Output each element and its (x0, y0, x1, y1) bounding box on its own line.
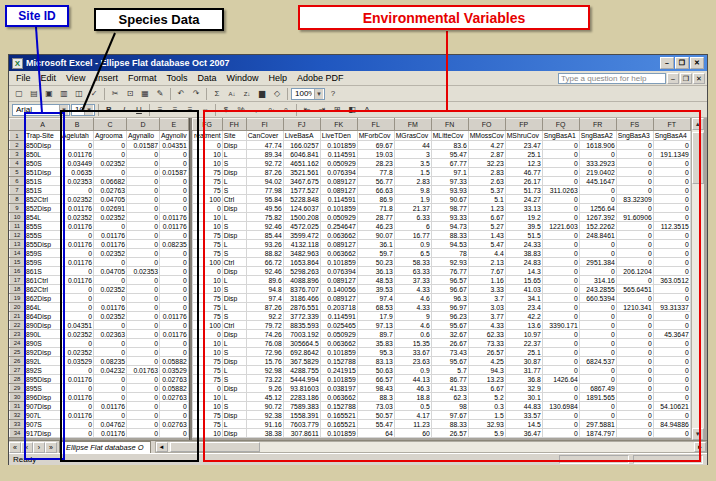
cell[interactable]: 152.2262 (579, 222, 616, 231)
decrease-indent-icon[interactable]: ⇤ (300, 103, 314, 116)
cell[interactable]: 2.83 (468, 168, 505, 177)
cell[interactable]: 895S (25, 384, 61, 393)
cell[interactable]: 73.33 (468, 339, 505, 348)
cell[interactable]: 88.82 (246, 249, 283, 258)
cell[interactable]: 0 (61, 339, 94, 348)
cell[interactable]: 0 (192, 330, 222, 339)
row-header[interactable]: 2 (10, 141, 25, 150)
format-painter-icon[interactable]: ✎ (153, 87, 167, 100)
cell[interactable]: 100 (192, 258, 222, 267)
cell[interactable]: 79.72 (246, 321, 283, 330)
increase-decimal-icon[interactable]: .0+ (264, 103, 278, 116)
cell[interactable]: 0 (653, 159, 690, 168)
workbook-restore-button[interactable]: ❐ (680, 73, 692, 84)
cell[interactable]: 6824.537 (579, 357, 616, 366)
cell[interactable]: 0 (616, 411, 653, 420)
cell[interactable]: 917Disp (25, 429, 61, 438)
cell[interactable]: 0 (61, 303, 94, 312)
workbook-minimize-button[interactable]: – (667, 73, 679, 84)
cell[interactable]: Ctrl (222, 321, 246, 330)
cell[interactable]: 0 (127, 231, 160, 240)
cell[interactable]: 94.8 (246, 285, 283, 294)
cut-icon[interactable]: ✂ (108, 87, 122, 100)
cell[interactable]: 0 (542, 204, 579, 213)
cell[interactable]: 0 (160, 150, 189, 159)
cell[interactable]: 10 (192, 402, 222, 411)
cell[interactable]: 3.03 (468, 303, 505, 312)
cell[interactable]: 0.03529 (61, 357, 94, 366)
vertical-scroll-track[interactable] (692, 184, 704, 428)
row-header[interactable]: 34 (10, 429, 25, 438)
cell[interactable]: 0 (579, 330, 616, 339)
cell[interactable]: 0 (653, 429, 690, 438)
cell[interactable]: 2.87 (468, 150, 505, 159)
cell[interactable]: 97.13 (357, 321, 394, 330)
cell[interactable]: 2.13 (468, 258, 505, 267)
cell[interactable]: 48.53 (357, 276, 394, 285)
cell[interactable]: 33.67 (394, 348, 431, 357)
cell[interactable]: 0 (61, 285, 94, 294)
cell[interactable]: 0 (61, 141, 94, 150)
cell[interactable]: 0 (653, 366, 690, 375)
cell[interactable]: 0 (653, 177, 690, 186)
cell[interactable]: 6046.841 (283, 150, 320, 159)
cell[interactable]: L (222, 240, 246, 249)
cell[interactable]: 333.2923 (579, 159, 616, 168)
cell[interactable]: 896Disp (25, 393, 61, 402)
cell[interactable]: 5.47 (468, 240, 505, 249)
cell[interactable]: 22.37 (505, 339, 542, 348)
cell[interactable]: 862Ctrl (25, 285, 61, 294)
cell[interactable]: 0 (653, 285, 690, 294)
cell[interactable]: 5.37 (468, 186, 505, 195)
cell[interactable]: 8835.593 (283, 321, 320, 330)
cell[interactable]: 0 (616, 366, 653, 375)
cell[interactable]: 0 (127, 375, 160, 384)
cell[interactable]: S (222, 159, 246, 168)
cell[interactable]: 0 (127, 159, 160, 168)
cell[interactable]: 0 (542, 141, 579, 150)
column-header-FK[interactable]: FK (320, 119, 357, 131)
cell[interactable]: 0 (616, 159, 653, 168)
header-cell[interactable]: LiveBasA (283, 131, 320, 141)
cell[interactable]: 0.04762 (94, 420, 127, 429)
cell[interactable]: 297.5881 (579, 420, 616, 429)
cell[interactable]: 0 (127, 150, 160, 159)
cell[interactable]: 445.1647 (579, 177, 616, 186)
header-cell[interactable]: Site (222, 131, 246, 141)
cell[interactable]: 83.13 (357, 357, 394, 366)
drawing-icon[interactable]: ◇ (270, 87, 284, 100)
cell[interactable]: 0 (542, 231, 579, 240)
cell[interactable]: 0.02363 (94, 330, 127, 339)
print-preview-icon[interactable]: ◫ (72, 87, 86, 100)
cell[interactable]: S (222, 222, 246, 231)
font-combo[interactable]: Arial▼ (12, 104, 70, 116)
cell[interactable]: 2283.186 (283, 393, 320, 402)
header-cell[interactable]: MLitteCov (431, 131, 468, 141)
cell[interactable]: 850S (25, 159, 61, 168)
cell[interactable]: Disp (222, 357, 246, 366)
cell[interactable]: 93.26 (246, 240, 283, 249)
merge-center-icon[interactable]: ⇔ (198, 103, 212, 116)
cell[interactable]: 850L (25, 150, 61, 159)
cell[interactable]: Disp (222, 384, 246, 393)
select-all-corner[interactable] (10, 119, 25, 131)
cell[interactable]: 0 (653, 393, 690, 402)
cell[interactable]: 58.33 (394, 258, 431, 267)
header-cell[interactable]: SngBasA4 (653, 131, 690, 141)
cell[interactable]: 100 (192, 195, 222, 204)
cell[interactable]: 9.8 (394, 186, 431, 195)
cell[interactable]: 2.63 (468, 177, 505, 186)
sheet-tab[interactable]: Ellipse Flat database O (59, 441, 151, 453)
cell[interactable]: 0 (616, 384, 653, 393)
cell[interactable]: 0 (542, 249, 579, 258)
cell[interactable]: 0 (94, 321, 127, 330)
cell[interactable]: 0.02353 (127, 267, 160, 276)
cell[interactable]: 0 (579, 150, 616, 159)
cell[interactable]: 862Disp (25, 294, 61, 303)
cell[interactable]: 5.1 (468, 195, 505, 204)
prev-sheet-button[interactable]: ‹ (21, 442, 33, 453)
row-header[interactable]: 7 (10, 186, 25, 195)
cell[interactable]: 0 (579, 339, 616, 348)
cell[interactable]: S (222, 312, 246, 321)
cell[interactable]: 4.27 (468, 141, 505, 150)
